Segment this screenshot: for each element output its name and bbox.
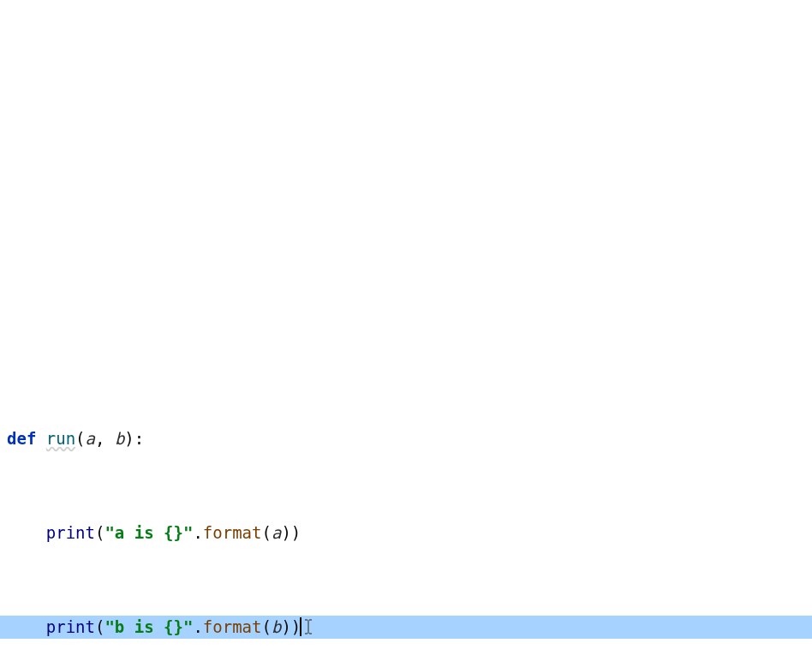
builtin-print: print	[46, 521, 95, 545]
indent	[7, 616, 46, 640]
gutter	[0, 521, 7, 545]
code-line[interactable]: print("a is {}".format(a))	[0, 521, 812, 545]
code-editor[interactable]: def run(a, b): print("a is {}".format(a)…	[0, 0, 812, 661]
text-caret	[300, 617, 302, 636]
indent	[7, 521, 46, 545]
paren-open: (	[261, 616, 271, 640]
string-literal: "a is {}"	[104, 521, 193, 545]
paren-close-colon: ):	[124, 427, 144, 451]
function-name: run	[46, 427, 75, 451]
paren-open: (	[95, 616, 104, 640]
code-line-selected[interactable]: print("b is {}".format(b))	[0, 616, 812, 640]
string-literal: "b is {}"	[104, 616, 193, 640]
param-a: a	[86, 427, 95, 451]
paren-close: ))	[281, 521, 301, 545]
code-line[interactable]: def run(a, b):	[0, 427, 812, 451]
paren-open: (	[261, 521, 271, 545]
keyword-def: def	[7, 427, 46, 451]
arg-a: a	[272, 521, 281, 545]
gutter	[0, 427, 7, 451]
paren-close: ))	[281, 616, 301, 640]
paren-open: (	[95, 521, 104, 545]
method-format: format	[203, 616, 262, 640]
comma: ,	[95, 427, 115, 451]
method-format: format	[203, 521, 262, 545]
builtin-print: print	[46, 616, 95, 640]
param-b: b	[115, 427, 124, 451]
arg-b: b	[272, 616, 281, 640]
gutter	[0, 616, 7, 640]
dot: .	[193, 521, 202, 545]
dot: .	[193, 616, 202, 640]
ibeam-cursor-icon	[302, 617, 314, 636]
paren-open: (	[75, 427, 85, 451]
